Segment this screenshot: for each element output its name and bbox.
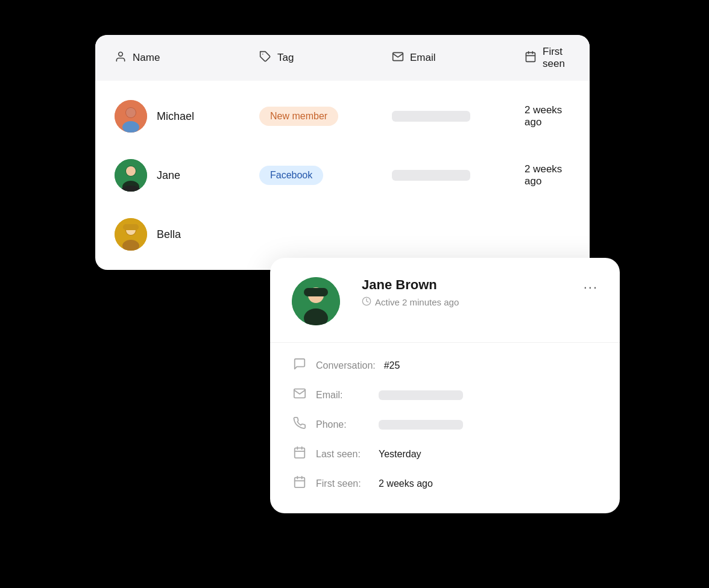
tag-cell: New member (259, 107, 392, 126)
phone-detail-blur (379, 420, 463, 430)
phone-icon (292, 416, 307, 433)
last-seen-label: Last seen: (316, 449, 370, 460)
michael-avatar-svg (115, 100, 147, 133)
tag-badge: Facebook (259, 166, 323, 185)
avatar (115, 218, 147, 251)
last-seen-row: Last seen: Yesterday (292, 446, 598, 462)
email-icon (392, 51, 404, 65)
member-name: Bella (157, 228, 181, 241)
tag-cell: Facebook (259, 166, 392, 185)
tag-badge: New member (259, 107, 338, 126)
email-detail-icon (292, 387, 307, 403)
name-cell: Jane (115, 159, 259, 192)
conversation-icon (292, 357, 307, 374)
phone-label: Phone: (316, 419, 370, 430)
email-detail-label: Email: (316, 390, 370, 401)
first-seen-label: First seen: (316, 478, 370, 489)
profile-status: Active 2 minutes ago (362, 296, 459, 308)
svg-rect-25 (295, 448, 305, 458)
members-table: Name Tag Email (95, 35, 590, 270)
conversation-value: #25 (384, 360, 400, 371)
member-name: Jane (157, 169, 180, 182)
first-seen-value: 2 weeks ago (525, 163, 562, 187)
clock-icon (362, 296, 371, 308)
first-seen-cell: 2 weeks ago (525, 104, 570, 128)
profile-header: Jane Brown Active 2 minutes ago ··· (292, 277, 598, 325)
avatar (115, 100, 147, 133)
svg-rect-23 (304, 288, 328, 296)
table-header: Name Tag Email (95, 35, 590, 81)
avatar (115, 159, 147, 192)
last-seen-icon (292, 446, 307, 462)
tag-icon (259, 51, 271, 65)
name-cell: Michael (115, 100, 259, 133)
table-row[interactable]: Bella (95, 205, 590, 264)
email-column-label: Email (410, 52, 436, 64)
phone-row: Phone: (292, 416, 598, 433)
first-seen-column-label: First seen (543, 46, 570, 70)
first-seen-cell: 2 weeks ago (525, 163, 570, 187)
email-blur (392, 170, 470, 181)
svg-rect-29 (295, 478, 305, 488)
first-seen-value: 2 weeks ago (525, 104, 562, 128)
email-cell (392, 111, 525, 122)
email-cell (392, 170, 525, 181)
conversation-label: Conversation: (316, 360, 376, 371)
col-header-first-seen: First seen (525, 46, 570, 70)
col-header-tag: Tag (259, 51, 392, 65)
email-detail-blur (379, 390, 463, 400)
bella-avatar-svg (115, 218, 147, 251)
profile-card: Jane Brown Active 2 minutes ago ··· (270, 258, 620, 513)
profile-avatar-svg (292, 277, 340, 325)
first-seen-icon (292, 475, 307, 492)
more-options-button[interactable]: ··· (584, 280, 598, 295)
jane-avatar-svg (115, 159, 147, 192)
name-cell: Bella (115, 218, 259, 251)
profile-avatar (292, 277, 340, 325)
last-seen-value: Yesterday (379, 449, 421, 460)
svg-rect-2 (526, 52, 535, 61)
profile-name: Jane Brown (362, 277, 459, 293)
table-body: Michael New member 2 weeks ago (95, 81, 590, 270)
status-text: Active 2 minutes ago (375, 297, 459, 307)
first-seen-row: First seen: 2 weeks ago (292, 475, 598, 492)
col-header-email: Email (392, 51, 525, 65)
tag-column-label: Tag (277, 52, 294, 64)
profile-info: Jane Brown Active 2 minutes ago (351, 277, 459, 308)
svg-point-9 (126, 108, 136, 117)
calendar-icon (525, 51, 537, 65)
table-row[interactable]: Jane Facebook 2 weeks ago (95, 146, 590, 205)
svg-point-0 (119, 52, 123, 57)
email-blur (392, 111, 470, 122)
conversation-row: Conversation: #25 (292, 357, 598, 374)
email-row: Email: (292, 387, 598, 403)
first-seen-profile-value: 2 weeks ago (379, 478, 433, 489)
table-row[interactable]: Michael New member 2 weeks ago (95, 87, 590, 146)
person-icon (115, 51, 127, 65)
col-header-name: Name (115, 51, 259, 65)
member-name: Michael (157, 110, 194, 123)
svg-rect-19 (123, 224, 139, 230)
divider (270, 342, 620, 343)
svg-point-13 (126, 166, 136, 176)
name-column-label: Name (133, 52, 160, 64)
